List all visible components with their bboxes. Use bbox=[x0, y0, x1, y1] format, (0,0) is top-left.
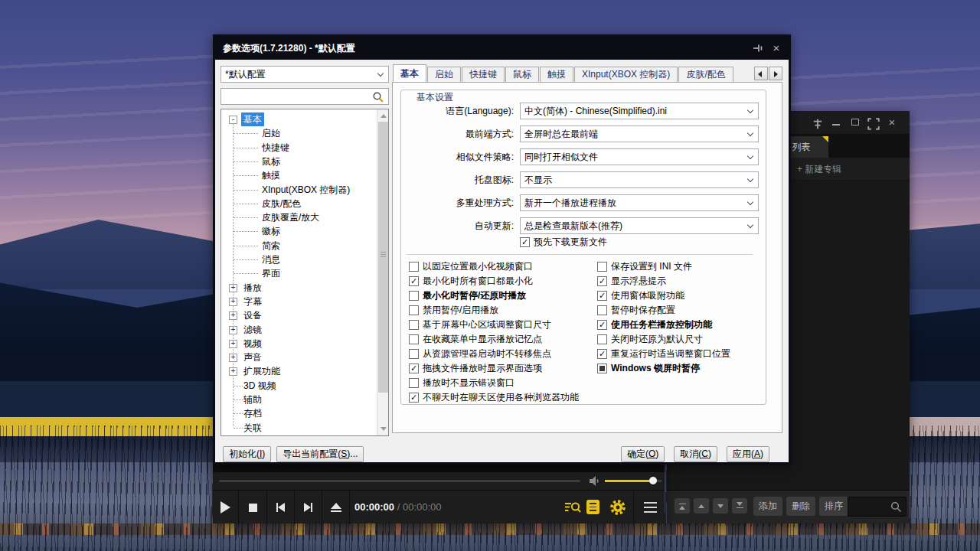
volume-icon[interactable] bbox=[590, 476, 601, 486]
playlist-close-icon[interactable]: × bbox=[886, 116, 898, 129]
tree-item[interactable]: 鼠标 bbox=[221, 155, 374, 168]
checkbox[interactable] bbox=[597, 334, 607, 344]
tree-search-input[interactable] bbox=[220, 88, 389, 105]
tree-item[interactable]: 3D 视频 bbox=[221, 379, 374, 393]
checkbox-row[interactable]: 禁用暂停/启用播放 bbox=[409, 303, 498, 317]
dialog-titlebar[interactable]: 参数选项(1.7.21280) - *默认配置 × bbox=[215, 37, 789, 60]
menu-hamburger-button[interactable] bbox=[644, 502, 657, 513]
playlist-fullscreen-icon[interactable] bbox=[867, 118, 880, 130]
tab-鼠标[interactable]: 鼠标 bbox=[505, 67, 539, 82]
tab-scroll-left-button[interactable] bbox=[754, 67, 768, 80]
move-down-button[interactable] bbox=[713, 498, 728, 514]
scroll-up-icon[interactable] bbox=[381, 114, 387, 118]
checkbox-row[interactable]: ✓拖拽文件播放时显示界面选项 bbox=[409, 361, 542, 375]
tree-item[interactable]: 皮肤/配色 bbox=[221, 197, 374, 210]
tree-item[interactable]: XInput(XBOX 控制器) bbox=[221, 183, 374, 197]
previous-button[interactable] bbox=[267, 491, 294, 524]
checkbox-row[interactable]: ✓重复运行时适当调整窗口位置 bbox=[597, 347, 730, 360]
move-bottom-button[interactable] bbox=[732, 498, 747, 514]
checkbox-row[interactable]: 在收藏菜单中显示播放记忆点 bbox=[409, 332, 542, 346]
stop-button[interactable] bbox=[239, 491, 266, 524]
checkbox[interactable] bbox=[597, 262, 607, 272]
tree-item[interactable]: +滤镜 bbox=[221, 323, 374, 337]
checkbox[interactable] bbox=[409, 262, 419, 272]
checkbox-row[interactable]: ✓显示浮悬提示 bbox=[597, 274, 666, 288]
playlist-search-input[interactable] bbox=[848, 497, 906, 517]
move-up-button[interactable] bbox=[694, 498, 709, 514]
tree-item[interactable]: 辅助 bbox=[221, 393, 374, 406]
checkbox[interactable]: ✓ bbox=[597, 349, 607, 359]
dialog-pin-icon[interactable] bbox=[752, 42, 764, 54]
control-panel-button[interactable] bbox=[586, 500, 599, 514]
expand-icon[interactable]: + bbox=[229, 326, 237, 334]
collapse-icon[interactable]: - bbox=[229, 116, 237, 124]
tab-XInput(XBOX 控制器)[interactable]: XInput(XBOX 控制器) bbox=[574, 67, 678, 82]
checkbox-row[interactable]: Windows 锁屏时暂停 bbox=[597, 361, 700, 375]
field-dropdown[interactable]: 全屏时总在最前端 bbox=[520, 126, 759, 142]
expand-icon[interactable]: + bbox=[229, 340, 237, 348]
field-dropdown[interactable]: 总是检查最新版本(推荐) bbox=[520, 217, 759, 234]
tree-item[interactable]: 皮肤覆盖/放大 bbox=[221, 210, 374, 224]
tree-item[interactable]: 存档 bbox=[221, 406, 374, 420]
tree-item[interactable]: 快捷键 bbox=[221, 141, 374, 155]
checkbox-row[interactable]: 保存设置到 INI 文件 bbox=[597, 259, 692, 273]
checkbox-row[interactable]: 播放时不显示错误窗口 bbox=[409, 376, 514, 390]
scroll-down-icon[interactable] bbox=[381, 427, 387, 431]
field-dropdown[interactable]: 新开一个播放进程播放 bbox=[520, 194, 759, 211]
checkbox[interactable] bbox=[409, 349, 419, 359]
tree-item[interactable]: 配置 bbox=[221, 435, 374, 436]
playlist-maximize-icon[interactable] bbox=[849, 116, 861, 129]
expand-icon[interactable]: + bbox=[229, 367, 237, 376]
checkbox-row[interactable]: 从资源管理器启动时不转移焦点 bbox=[409, 347, 551, 360]
checkbox[interactable]: ✓ bbox=[409, 364, 419, 373]
tab-快捷键[interactable]: 快捷键 bbox=[462, 67, 505, 82]
scrollbar-thumb[interactable] bbox=[378, 122, 388, 393]
tree-item[interactable]: +扩展功能 bbox=[221, 364, 374, 378]
tree-item[interactable]: 触摸 bbox=[221, 168, 374, 182]
checkbox-row[interactable]: ✓使用任务栏播放控制功能 bbox=[597, 318, 712, 331]
tree-scrollbar[interactable] bbox=[377, 109, 388, 435]
tab-启始[interactable]: 启始 bbox=[427, 67, 461, 82]
playlist-button-删除[interactable]: 删除 bbox=[786, 497, 815, 516]
checkbox[interactable]: ✓ bbox=[409, 276, 419, 286]
tree-item[interactable]: +播放 bbox=[221, 281, 374, 295]
checkbox-row[interactable]: ✓不聊天时在聊天区使用各种浏览器功能 bbox=[409, 390, 579, 404]
checkbox-row[interactable]: ✓最小化时所有窗口都最小化 bbox=[409, 274, 533, 288]
play-button[interactable] bbox=[213, 491, 238, 524]
settings-gear-button[interactable] bbox=[609, 499, 626, 516]
move-top-button[interactable] bbox=[675, 498, 690, 514]
profile-combo[interactable]: *默认配置 bbox=[220, 66, 389, 83]
playlist-pin-icon[interactable] bbox=[812, 118, 824, 130]
volume-slider[interactable] bbox=[605, 480, 662, 482]
tree-item[interactable]: 界面 bbox=[221, 266, 374, 280]
button-应用-A-[interactable]: 应用(A) bbox=[727, 446, 769, 462]
checkbox[interactable]: ✓ bbox=[597, 276, 607, 286]
checkbox[interactable]: ✓ bbox=[597, 320, 607, 330]
checkbox[interactable]: ✓ bbox=[409, 393, 419, 403]
playlist-button-添加[interactable]: 添加 bbox=[753, 497, 782, 516]
next-button[interactable] bbox=[295, 491, 322, 524]
dialog-close-icon[interactable]: × bbox=[770, 42, 782, 54]
button-初始化-I-[interactable]: 初始化(I) bbox=[223, 446, 271, 462]
tab-皮肤/配色[interactable]: 皮肤/配色 bbox=[678, 67, 733, 82]
playlist-button-排序[interactable]: 排序 bbox=[819, 497, 848, 516]
field-dropdown[interactable]: 中文(简体) - Chinese(Simplified).ini bbox=[520, 103, 759, 119]
eject-button[interactable] bbox=[322, 491, 349, 524]
media-search-button[interactable] bbox=[564, 500, 581, 515]
field-dropdown[interactable]: 不显示 bbox=[520, 171, 759, 188]
expand-icon[interactable]: + bbox=[229, 354, 237, 362]
checkbox-row[interactable]: 以固定位置最小化视频窗口 bbox=[409, 259, 533, 273]
tree-item[interactable]: +设备 bbox=[221, 308, 374, 322]
tree-item[interactable]: +字幕 bbox=[221, 295, 374, 308]
checkbox[interactable]: ✓ bbox=[597, 291, 607, 301]
checkbox-row[interactable]: 最小化时暂停/还原时播放 bbox=[409, 289, 526, 302]
tree-item[interactable]: 徽标 bbox=[221, 224, 374, 238]
button-取消-C-[interactable]: 取消(C) bbox=[674, 446, 717, 462]
checkbox[interactable] bbox=[597, 305, 607, 315]
checkbox[interactable] bbox=[597, 364, 607, 373]
checkbox[interactable] bbox=[409, 320, 419, 330]
checkbox[interactable]: ✓ bbox=[520, 237, 530, 247]
tree-item[interactable]: +视频 bbox=[221, 337, 374, 350]
seek-bar[interactable] bbox=[219, 480, 580, 482]
checkbox[interactable] bbox=[409, 291, 419, 301]
